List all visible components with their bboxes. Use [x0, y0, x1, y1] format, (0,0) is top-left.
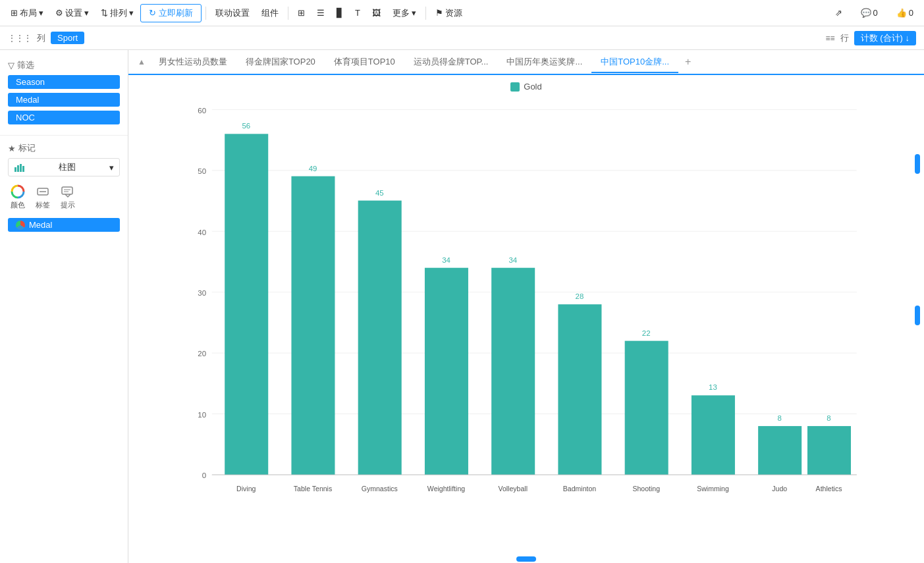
link-settings-button[interactable]: 联动设置	[210, 5, 255, 22]
settings-arrow: ▾	[84, 8, 89, 18]
settings-menu[interactable]: ⚙ 设置 ▾	[50, 5, 94, 22]
svg-text:Weightlifting: Weightlifting	[427, 485, 465, 493]
vertical-scroll-top[interactable]	[915, 154, 920, 174]
tooltip-icon	[61, 184, 75, 199]
horizontal-scroll-handle[interactable]	[516, 556, 536, 562]
sort-menu[interactable]: ⇅ 排列 ▾	[95, 5, 139, 22]
svg-rect-3	[22, 166, 24, 172]
grid-icon-button[interactable]: ⊞	[292, 5, 310, 20]
svg-text:22: 22	[642, 329, 651, 337]
text-icon-button[interactable]: T	[350, 5, 366, 20]
more-menu[interactable]: 更多 ▾	[387, 5, 421, 22]
resource-label: 资源	[445, 7, 462, 19]
svg-text:8: 8	[827, 414, 830, 422]
palette-icon	[11, 184, 25, 199]
divider2	[288, 7, 288, 20]
tooltip-label: 提示	[61, 200, 75, 210]
like-count: 0	[909, 8, 913, 18]
tab-china-top10[interactable]: 中国TOP10金牌...	[591, 52, 678, 73]
svg-text:Swimming: Swimming	[697, 485, 729, 493]
legend: Gold	[142, 82, 911, 92]
bar-judo[interactable]	[758, 426, 802, 475]
like-button[interactable]: 👍 0	[891, 5, 919, 20]
divider3	[425, 7, 426, 20]
resource-button[interactable]: ⚑ 资源	[430, 5, 468, 22]
bar-weightlifting[interactable]	[425, 268, 468, 475]
svg-text:28: 28	[576, 292, 584, 300]
color-label: 颜色	[11, 200, 25, 210]
comment-button[interactable]: 💬 0	[856, 5, 883, 20]
bar-chart-small-icon	[14, 162, 24, 173]
marks-section: ★ 标记 柱图 ▾	[0, 138, 128, 236]
columns-icon: ⋮⋮⋮	[8, 34, 32, 43]
svg-text:Diving: Diving	[236, 485, 256, 493]
view-label: 布局	[20, 7, 37, 19]
svg-text:49: 49	[309, 165, 317, 173]
comment-count: 0	[873, 8, 878, 18]
sport-chip[interactable]: Sport	[51, 32, 84, 44]
tab-scroll-up[interactable]: ▲	[134, 55, 149, 69]
share-button[interactable]: ⇗	[830, 5, 848, 20]
settings-label: 设置	[65, 7, 82, 19]
component-button[interactable]: 组件	[256, 5, 284, 22]
image-icon-button[interactable]: 🖼	[367, 5, 386, 20]
link-settings-label: 联动设置	[215, 7, 250, 19]
medal-chip[interactable]: Medal	[8, 218, 120, 232]
filter-label: 筛选	[17, 59, 34, 71]
tab-add-button[interactable]: +	[678, 52, 697, 72]
resource-icon: ⚑	[435, 8, 443, 18]
chart-type-arrow: ▾	[109, 163, 114, 173]
view-icon: ⊞	[11, 8, 18, 18]
view-menu[interactable]: ⊞ 布局 ▾	[5, 5, 49, 22]
bar-chart-icon-button[interactable]: ▊	[331, 5, 348, 20]
divider1	[205, 7, 206, 20]
svg-text:34: 34	[442, 256, 450, 264]
filter-section: ▽ 筛选 Season Medal NOC	[0, 55, 128, 132]
tab-male-female[interactable]: 男女性运动员数量	[149, 52, 236, 73]
bar-gymnastics[interactable]	[358, 201, 402, 475]
sort-label: 排列	[110, 7, 127, 19]
svg-text:56: 56	[242, 122, 250, 130]
svg-rect-0	[14, 167, 16, 172]
refresh-button[interactable]: ↻ 立即刷新	[140, 4, 202, 22]
noc-chip[interactable]: NOC	[8, 111, 120, 124]
marks-title: ★ 标记	[8, 142, 120, 154]
refresh-label: 立即刷新	[159, 7, 193, 19]
svg-text:Shooting: Shooting	[632, 485, 660, 493]
table-icon-button[interactable]: ☰	[312, 5, 330, 20]
svg-text:0: 0	[202, 471, 206, 479]
left-panel: ▽ 筛选 Season Medal NOC ★ 标记 柱图 ▾	[0, 50, 128, 563]
label-text: 标签	[36, 200, 50, 210]
tab-athlete-gold[interactable]: 运动员得金牌TOP...	[404, 52, 498, 73]
bar-athletics[interactable]	[807, 426, 851, 475]
marks-icon: ★	[8, 144, 16, 153]
columns-label: 列	[37, 32, 45, 44]
svg-text:Badminton: Badminton	[563, 485, 597, 493]
tabs-row: ▲ 男女性运动员数量 得金牌国家TOP20 体育项目TOP10 运动员得金牌TO…	[128, 50, 924, 75]
view-arrow: ▾	[39, 8, 43, 18]
svg-text:Volleyball: Volleyball	[498, 485, 528, 493]
bar-diving[interactable]	[225, 134, 268, 475]
columns-row: ⋮⋮⋮ 列 Sport ≡≡ 行 计数 (合计) ↓	[0, 26, 924, 50]
grid-icon: ⊞	[298, 8, 305, 18]
bar-volleyball[interactable]	[491, 268, 535, 475]
chart-type-label: 柱图	[59, 161, 76, 173]
bar-table-tennis[interactable]	[291, 176, 335, 475]
bar-chart-svg: 60 50 40 30 20 10 0 56 Diving	[142, 97, 911, 514]
medal-filter-chip[interactable]: Medal	[8, 93, 120, 107]
tab-china-history[interactable]: 中国历年奥运奖牌...	[497, 52, 591, 73]
tab-top20-country[interactable]: 得金牌国家TOP20	[236, 52, 325, 73]
chart-type-selector[interactable]: 柱图 ▾	[8, 158, 120, 176]
label-icon	[36, 184, 50, 199]
tab-top10-sport[interactable]: 体育项目TOP10	[325, 52, 404, 73]
color-mark[interactable]: 颜色	[8, 182, 28, 213]
bar-badminton[interactable]	[558, 304, 601, 475]
tooltip-mark[interactable]: 提示	[58, 182, 78, 213]
svg-text:Athletics: Athletics	[816, 485, 842, 493]
bar-swimming[interactable]	[692, 395, 735, 475]
vertical-scroll-middle[interactable]	[915, 306, 920, 325]
count-chip[interactable]: 计数 (合计) ↓	[854, 31, 916, 45]
season-chip[interactable]: Season	[8, 75, 120, 89]
bar-shooting[interactable]	[625, 341, 668, 475]
label-mark[interactable]: 标签	[33, 182, 53, 213]
